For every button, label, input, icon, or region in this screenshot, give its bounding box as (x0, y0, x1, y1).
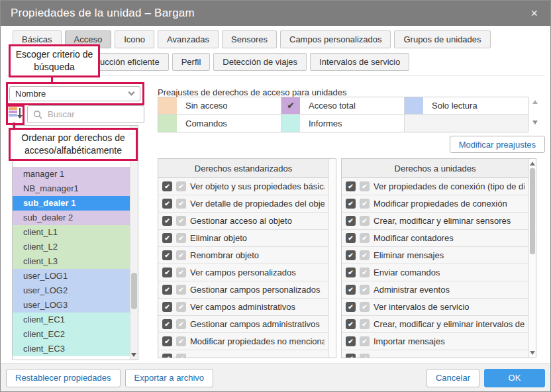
tab-perfil[interactable]: Perfil (172, 53, 211, 71)
standard-right-label: Gestionar acceso al objeto (190, 216, 292, 226)
list-item-manager-1[interactable]: manager 1 (13, 167, 130, 181)
access-checkbox[interactable]: ✔ (346, 250, 356, 260)
access-checkbox[interactable]: ✔ (346, 319, 356, 329)
scrollbar-thumb[interactable] (530, 168, 535, 254)
list-item-user-log2[interactable]: user_LOG2 (13, 283, 130, 298)
access-checkbox[interactable]: ✔ (346, 233, 356, 243)
search-input[interactable] (46, 109, 138, 120)
inherited-checkbox: ✔ (176, 250, 186, 260)
access-checkbox[interactable]: ✔ (346, 181, 356, 191)
tab-avanzadas[interactable]: Avanzadas (158, 30, 219, 48)
preset-informes[interactable]: Informes (281, 115, 405, 132)
access-checkbox[interactable]: ✔ (162, 285, 172, 295)
tab-campos-personalizados[interactable]: Campos personalizados (280, 30, 391, 48)
list-item-client-ec3[interactable]: client_EC3 (13, 342, 130, 356)
standard-rights-rows: ✔✔Ver objeto y sus propiedades básicas✔✔… (158, 178, 328, 358)
modify-presets-button[interactable]: Modificar preajustes (450, 136, 545, 153)
sort-arrow-head (17, 115, 23, 119)
inherited-checkbox: ✔ (176, 319, 186, 329)
access-checkbox[interactable]: ✔ (162, 199, 172, 209)
access-checkbox[interactable]: ✔ (346, 336, 356, 346)
preset-acceso-total[interactable]: ✔Acceso total (281, 97, 405, 115)
standard-right-label: Renombrar objeto (190, 250, 259, 260)
preset-color-swatch (158, 97, 177, 114)
preset-comandos[interactable]: Comandos (158, 115, 281, 132)
inherited-checkbox: ✔ (360, 285, 370, 295)
list-item-client-l2[interactable]: client_L2 (13, 240, 130, 254)
preset-solo-lectura[interactable]: Solo lectura (405, 97, 528, 115)
unit-right-label: Modificar contadores (374, 233, 454, 243)
list-item-nb-dealer-1[interactable]: NB_Dealer 1 (13, 356, 130, 360)
standard-right-label: Eliminar objeto (190, 233, 247, 243)
callout-sort-order: Ordenar por derechos de acceso/alfabétic… (9, 128, 138, 161)
access-checkbox[interactable]: ✔ (346, 354, 356, 358)
close-icon[interactable]: × (528, 6, 540, 21)
list-item-sub-dealer-1[interactable]: sub_dealer 1 (13, 196, 130, 211)
chevron-down-icon (128, 89, 135, 96)
preset-sin-acceso[interactable]: Sin acceso (158, 97, 281, 115)
presets-scroll-down-icon[interactable] (532, 121, 538, 124)
standard-rights-scrollbar[interactable] (328, 159, 336, 358)
list-item-nb-manager1[interactable]: NB_manager1 (13, 181, 130, 196)
standard-rights-header: Derechos estandarizados (158, 159, 328, 178)
access-checkbox[interactable]: ✔ (162, 181, 172, 191)
tab-icono[interactable]: Icono (115, 30, 154, 48)
unit-rights-scrollbar[interactable] (528, 159, 536, 358)
scroll-down-icon[interactable] (131, 353, 136, 357)
access-checkbox[interactable]: ✔ (162, 336, 172, 346)
export-to-file-button[interactable]: Exportar a archivo (125, 369, 214, 387)
unit-right-label: Enviar comandos (374, 268, 440, 277)
search-criteria-select[interactable]: Nombre (9, 86, 140, 101)
table-row: ✔✔Importar mensajes (342, 333, 528, 350)
tab-detecci-n-de-viajes[interactable]: Detección de viajes (213, 53, 307, 71)
scroll-up-icon[interactable] (530, 162, 535, 166)
table-row: ✔✔Administrar eventos (342, 281, 528, 299)
access-checkbox[interactable]: ✔ (162, 302, 172, 312)
list-item-client-ec1[interactable]: client_EC1 (13, 313, 130, 327)
access-checkbox[interactable]: ✔ (346, 216, 356, 226)
list-item-user-log3[interactable]: user_LOG3 (13, 298, 130, 313)
sort-bar-orange (9, 107, 17, 110)
list-item-client-l1[interactable]: client_L1 (13, 225, 130, 240)
list-item-client-l3[interactable]: client_L3 (13, 254, 130, 269)
tab-intervalos-de-servicio[interactable]: Intervalos de servicio (310, 53, 409, 71)
table-row: ✔✔Eliminar mensajes (342, 247, 528, 264)
scrollbar-thumb[interactable] (131, 273, 137, 309)
access-checkbox[interactable]: ✔ (162, 354, 172, 358)
preset-color-swatch (158, 115, 177, 132)
table-row: ✔✔Modificar propiedades no mencionadas (158, 333, 328, 350)
tab-sensores[interactable]: Sensores (222, 30, 277, 48)
access-checkbox[interactable]: ✔ (162, 319, 172, 329)
preset-empty-cell (405, 115, 528, 132)
access-checkbox[interactable]: ✔ (346, 302, 356, 312)
access-checkbox[interactable]: ✔ (162, 216, 172, 226)
table-row: ✔✔Enviar comandos (342, 264, 528, 281)
table-row: ✔✔Ver campos administrativos (158, 299, 328, 316)
table-row: ✔✔Crear, modificar y eliminar intervalos… (342, 316, 528, 333)
access-checkbox[interactable]: ✔ (346, 199, 356, 209)
access-checkbox[interactable]: ✔ (346, 268, 356, 277)
inherited-checkbox: ✔ (176, 216, 186, 226)
reset-properties-button[interactable]: Restablecer propiedades (6, 369, 121, 387)
preset-label: Acceso total (300, 97, 404, 114)
search-box (27, 105, 144, 123)
list-item-client-ec2[interactable]: client_EC2 (13, 327, 130, 342)
cancel-button[interactable]: Cancelar (426, 369, 479, 387)
unit-properties-dialog: Propiedades de la unidad – Bargam × Bási… (0, 0, 551, 392)
standard-right-label: Modificar propiedades no mencionadas (190, 336, 325, 346)
table-row: ✔✔Ver objeto y sus propiedades básicas (158, 178, 328, 195)
preset-label: Solo lectura (423, 97, 528, 114)
access-checkbox[interactable]: ✔ (346, 285, 356, 295)
unit-right-label: Crear, modificar y eliminar intervalos d… (374, 319, 525, 329)
ok-button[interactable]: OK (484, 369, 545, 387)
list-item-sub-dealer-2[interactable]: sub_dealer 2 (13, 211, 130, 225)
tab-grupos-de-unidades[interactable]: Grupos de unidades (394, 30, 490, 48)
sort-by-access-icon[interactable] (9, 107, 22, 122)
presets-scroll-up-icon[interactable] (532, 100, 538, 104)
standard-rights-table: Derechos estandarizados ✔✔Ver objeto y s… (158, 158, 336, 358)
access-checkbox[interactable]: ✔ (162, 250, 172, 260)
access-checkbox[interactable]: ✔ (162, 233, 172, 243)
list-item-user-log1[interactable]: user_LOG1 (13, 269, 130, 283)
scroll-down-icon[interactable] (530, 351, 535, 355)
access-checkbox[interactable]: ✔ (162, 268, 172, 277)
